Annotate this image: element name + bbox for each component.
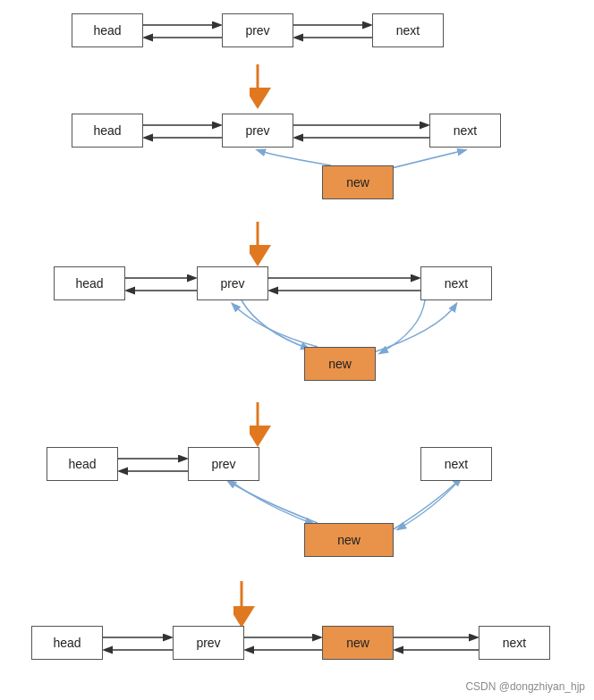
row1-head-node: head: [72, 13, 143, 47]
row5-prev-label: prev: [196, 636, 220, 650]
row3-next-node: next: [420, 266, 492, 300]
row4-next-node: next: [420, 447, 492, 481]
row1-next-node: next: [372, 13, 444, 47]
row2-prev-node: prev: [222, 114, 293, 148]
row3-new-label: new: [328, 357, 352, 371]
row4-head-label: head: [68, 457, 96, 471]
row1-next-label: next: [396, 23, 420, 38]
row3-head-node: head: [54, 266, 125, 300]
row2-new-node: new: [322, 165, 394, 199]
row1-prev-node: prev: [222, 13, 293, 47]
row3-prev-label: prev: [220, 276, 244, 291]
row3-head-label: head: [75, 276, 103, 291]
row4-new-node: new: [304, 523, 394, 557]
row4-head-node: head: [47, 447, 118, 481]
row5-next-label: next: [503, 636, 526, 650]
row5-new-node: new: [322, 626, 394, 660]
diagram-container: head prev next head prev next new head p…: [0, 0, 594, 700]
row4-prev-node: prev: [188, 447, 259, 481]
row4-new-label: new: [337, 533, 361, 547]
row2-next-node: next: [429, 114, 501, 148]
row5-head-label: head: [53, 636, 81, 650]
row3-next-label: next: [445, 276, 468, 291]
row4-next-label: next: [445, 457, 468, 471]
row5-next-node: next: [479, 626, 550, 660]
row1-head-label: head: [93, 23, 121, 38]
row2-prev-label: prev: [245, 123, 269, 138]
row2-new-label: new: [346, 175, 369, 190]
watermark: CSDN @dongzhiyan_hjp: [465, 680, 585, 693]
row3-new-node: new: [304, 347, 376, 381]
row2-head-label: head: [93, 123, 121, 138]
row5-prev-node: prev: [173, 626, 244, 660]
row4-prev-label: prev: [211, 457, 235, 471]
row3-prev-node: prev: [197, 266, 268, 300]
arrows-svg: [0, 0, 594, 700]
row2-next-label: next: [454, 123, 477, 138]
row5-head-node: head: [31, 626, 103, 660]
row1-prev-label: prev: [245, 23, 269, 38]
row5-new-label: new: [346, 636, 369, 650]
row2-head-node: head: [72, 114, 143, 148]
